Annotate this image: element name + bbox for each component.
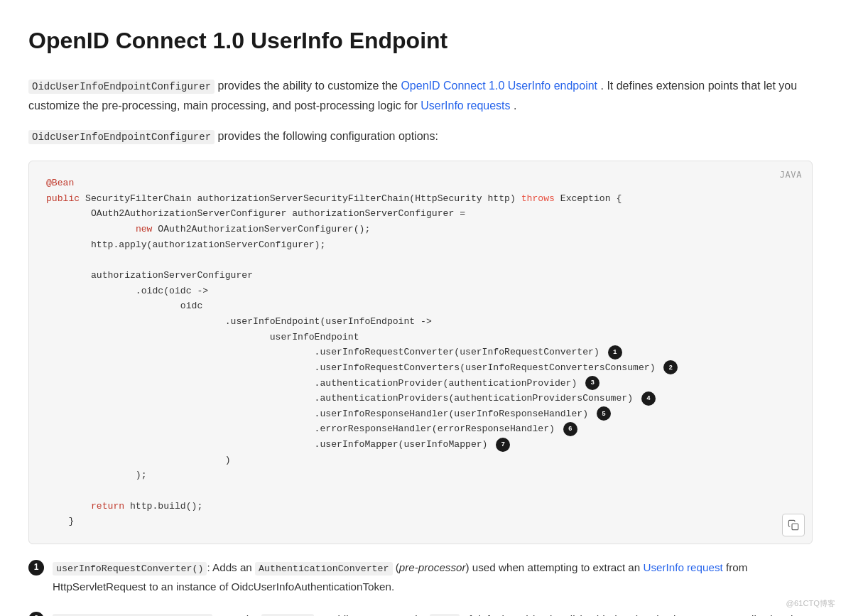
throws-keyword: throws (521, 193, 555, 204)
desc-code-2: Consumer (261, 614, 314, 617)
badge-3: 3 (585, 376, 599, 390)
desc-method-1: userInfoRequestConverter() (53, 562, 207, 576)
badge-4: 4 (641, 391, 656, 406)
code-block: JAVA @Bean public SecurityFilterChain au… (28, 161, 813, 544)
intro-paragraph-1: OidcUserInfoEndpointConfigurer provides … (28, 76, 813, 115)
description-item-2: 2 userInfoRequestConverters(): Sets the … (28, 610, 813, 617)
badge-6: 6 (563, 422, 577, 436)
badge-1: 1 (608, 345, 622, 360)
watermark: @61CTQ博客 (786, 598, 835, 610)
desc-italic-1: pre-processor (399, 561, 466, 573)
kw-public: public (46, 193, 80, 204)
inline-code-2: OidcUserInfoEndpointConfigurer (28, 130, 215, 144)
svg-rect-0 (792, 524, 798, 530)
intro2-text: provides the following configuration opt… (218, 130, 438, 142)
code-lang-label: JAVA (780, 168, 802, 182)
desc-badge-1: 1 (28, 560, 44, 576)
badge-2: 2 (663, 360, 678, 374)
desc-badge-2: 2 (28, 612, 44, 617)
intro-paragraph-2: OidcUserInfoEndpointConfigurer provides … (28, 126, 813, 146)
inline-code-1: OidcUserInfoEndpointConfigurer (28, 80, 215, 94)
description-item-1: 1 userInfoRequestConverter(): Adds an Au… (28, 558, 813, 595)
description-list: 1 userInfoRequestConverter(): Adds an Au… (28, 558, 813, 616)
userinfo-requests-link[interactable]: UserInfo requests (420, 99, 510, 112)
desc-text-2: userInfoRequestConverters(): Sets the Co… (53, 610, 813, 617)
page-title: OpenID Connect 1.0 UserInfo Endpoint (28, 23, 813, 59)
desc-code-1: AuthenticationConverter (255, 562, 393, 576)
badge-5: 5 (597, 406, 611, 421)
badge-7: 7 (496, 438, 510, 452)
annotation-bean: @Bean (46, 178, 74, 188)
kw-new: new (136, 224, 153, 234)
intro1-text-before-link: provides the ability to customize the (218, 80, 401, 92)
kw-return: return (91, 501, 124, 512)
intro1-period: . (514, 99, 516, 112)
userinfo-endpoint-link[interactable]: OpenID Connect 1.0 UserInfo endpoint (401, 80, 597, 92)
desc-code-3: List (430, 614, 460, 617)
copy-icon (788, 519, 799, 531)
code-pre: @Bean public SecurityFilterChain authori… (29, 161, 812, 544)
desc-method-2: userInfoRequestConverters() (53, 614, 212, 617)
copy-code-button[interactable] (782, 514, 805, 536)
userinfo-request-link[interactable]: UserInfo request (643, 561, 722, 573)
desc-text-1: userInfoRequestConverter(): Adds an Auth… (53, 558, 813, 595)
